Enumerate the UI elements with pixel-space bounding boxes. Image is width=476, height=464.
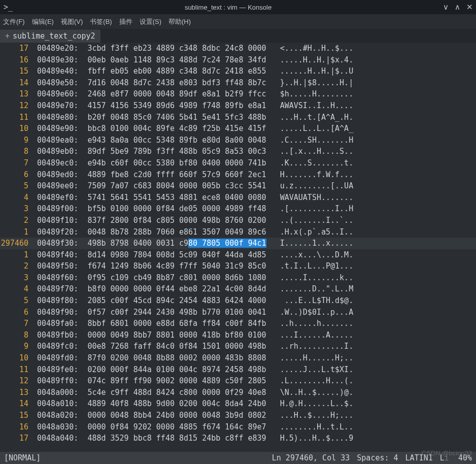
line-number: 14	[0, 77, 32, 89]
hex-bytes: 89df 5be9 789b f3ff 488b 05c9 8a53 00c3	[87, 146, 270, 157]
hex-row[interactable]: 3 00489f60: 0f95 c109 cb49 8b87 c801 000…	[0, 272, 476, 284]
line-number: 5	[0, 180, 32, 192]
hex-row[interactable]: 7 00489ec0: e94b c60f 00cc 5380 bf80 040…	[0, 157, 476, 169]
hex-row[interactable]: 12 00489ff0: 074c 89ff ff90 9002 0000 48…	[0, 375, 476, 387]
minimize-icon[interactable]: ∨	[443, 3, 449, 12]
hex-row[interactable]: 5 00489ee0: 7509 7a07 c683 8004 0000 005…	[0, 180, 476, 192]
hex-row[interactable]: 4 00489ef0: 5741 5641 5541 5453 4881 ece…	[0, 192, 476, 204]
hex-row[interactable]: 11 00489e80: b20f 0048 85c0 7406 5b41 5e…	[0, 112, 476, 123]
hex-row[interactable]: 1 00489f40: 8d14 0980 7804 008d 5c09 040…	[0, 249, 476, 261]
hex-ascii: ...H..$....H;...	[271, 410, 354, 421]
hex-address: 00489e80:	[32, 112, 87, 123]
hex-row[interactable]: 8 00489eb0: 89df 5be9 789b f3ff 488b 05c…	[0, 146, 476, 157]
hex-address: 00489f50:	[32, 260, 87, 272]
hex-row[interactable]: 14 0048a010: 4889 40f8 488b 9d00 0200 00…	[0, 398, 476, 410]
hex-ascii: .t.I..L...P@1...	[271, 260, 354, 272]
line-number: 2	[0, 260, 32, 272]
hex-row[interactable]: 10 00489fd0: 87f0 0200 0048 8b88 0002 00…	[0, 352, 476, 364]
hex-row[interactable]: 15 00489e40: fbff eb05 eb00 4889 c348 8d…	[0, 65, 476, 77]
hex-selection: 80 7805 000f 94c1	[188, 239, 266, 248]
hex-address: 00489ef0:	[32, 192, 87, 204]
hex-address: 00489fa0:	[32, 318, 87, 329]
hex-bytes: 0200 000f 844a 0100 004c 8974 2458 498b	[87, 364, 270, 376]
hex-row[interactable]: 5 00489f80: 2085 c00f 45cd 894c 2454 488…	[0, 295, 476, 307]
hex-ascii: .....H......H;..	[271, 352, 354, 364]
line-number: 6	[0, 307, 32, 318]
hex-ascii: H.@.H......L..$.	[271, 398, 354, 410]
tab-current[interactable]: + sublime_text_copy2	[0, 29, 100, 43]
hex-address: 00489ec0:	[32, 157, 87, 169]
close-icon[interactable]: ✕	[466, 3, 473, 12]
hex-row[interactable]: 7 00489fa0: 8bbf 6801 0000 e88d 68fa ff8…	[0, 318, 476, 329]
line-number: 1	[0, 249, 32, 261]
line-number: 11	[0, 364, 32, 376]
hex-bytes: e943 8a0a 00cc 5348 89fb e80d 8a00 0048	[87, 135, 270, 146]
hex-row[interactable]: 6 00489f90: 0f57 c00f 2944 2430 498b b77…	[0, 307, 476, 318]
menubar: 文件(F) 编辑(E) 视图(V) 书签(B) 插件 设置(S) 帮助(H)	[0, 14, 476, 29]
hex-row[interactable]: 13 00489e60: 2468 e8f7 0000 0048 89df e8…	[0, 88, 476, 100]
hex-address: 00489e40:	[32, 65, 87, 77]
hex-bytes: 0f57 c00f 2944 2430 498b b770 0100 0041	[87, 307, 270, 318]
hex-row[interactable]: 3 00489f00: bf5b 0100 0000 0f84 de05 000…	[0, 203, 476, 215]
line-number: 11	[0, 112, 32, 123]
line-number: 7	[0, 318, 32, 329]
line-number: 16	[0, 54, 32, 66]
hex-bytes: 2468 e8f7 0000 0048 89df e8a1 b2f9 ffcc	[87, 88, 270, 100]
hex-row[interactable]: 12 00489e70: 4157 4156 5349 89d6 4989 f7…	[0, 100, 476, 112]
hex-row[interactable]: 6 00489ed0: 4889 fbe8 c2d0 ffff 660f 57c…	[0, 169, 476, 181]
hex-ascii: AWAVSI..I..H....	[271, 100, 354, 112]
hex-address: 00489e60:	[32, 88, 87, 100]
hex-ascii: ......H..H.|$..U	[271, 65, 354, 77]
line-number: 2	[0, 215, 32, 226]
line-number: 15	[0, 410, 32, 421]
line-number: 17	[0, 43, 32, 54]
menu-help[interactable]: 帮助(H)	[168, 17, 191, 26]
tabbar: + sublime_text_copy2	[0, 29, 476, 43]
hex-ascii: I......1..x.....	[271, 238, 354, 249]
hex-row[interactable]: 297460 00489f30: 498b 8798 0400 0031 c98…	[0, 238, 476, 249]
hex-row[interactable]: 15 0048a020: 0000 0048 8bb4 24b0 0000 00…	[0, 410, 476, 421]
line-number: 297460	[0, 238, 32, 249]
hex-ascii: .C....SH.......H	[271, 135, 354, 146]
hex-ascii: .L........H...(.	[271, 375, 354, 387]
menu-edit[interactable]: 编辑(E)	[32, 17, 54, 26]
hex-address: 00489e30:	[32, 54, 87, 66]
hex-row[interactable]: 1 00489f20: 0048 8b78 288b 7060 e861 350…	[0, 226, 476, 238]
line-number: 12	[0, 375, 32, 387]
hex-address: 00489f00:	[32, 203, 87, 215]
hex-bytes: 00eb 0aeb 1148 89c3 488d 7c24 78e8 34fd	[87, 54, 270, 66]
hex-row[interactable]: 16 00489e30: 00eb 0aeb 1148 89c3 488d 7c…	[0, 54, 476, 66]
hex-row[interactable]: 11 00489fe0: 0200 000f 844a 0100 004c 89…	[0, 364, 476, 376]
hex-row[interactable]: 14 00489e50: 7d16 0048 8d7c 2438 e803 bd…	[0, 77, 476, 89]
hex-ascii: ..(.......I..`..	[271, 215, 354, 226]
menu-bookmarks[interactable]: 书签(B)	[90, 17, 112, 26]
menu-settings[interactable]: 设置(S)	[140, 17, 161, 26]
hex-row[interactable]: 9 00489ea0: e943 8a0a 00cc 5348 89fb e80…	[0, 135, 476, 146]
status-spaces[interactable]: Spaces: 4	[357, 453, 398, 462]
hex-ascii: .....I.......k..	[271, 272, 354, 284]
hex-row[interactable]: 9 00489fc0: 00e8 7268 faff 84c0 0f84 150…	[0, 341, 476, 352]
editor-area[interactable]: 17 00489e20: 3cbd f3ff eb23 4889 c348 8d…	[0, 43, 476, 452]
hex-row[interactable]: 17 00489e20: 3cbd f3ff eb23 4889 c348 8d…	[0, 43, 476, 54]
line-number: 3	[0, 203, 32, 215]
hex-row[interactable]: 10 00489e90: bbc8 0100 004c 89fe 4c89 f2…	[0, 123, 476, 135]
hex-row[interactable]: 16 0048a030: 0000 0f84 9202 0000 4885 f6…	[0, 421, 476, 433]
hex-row[interactable]: 2 00489f50: f674 1249 8b06 4c89 f7ff 504…	[0, 260, 476, 272]
hex-row[interactable]: 8 00489fb0: 0000 0049 8bb7 8801 0000 418…	[0, 329, 476, 341]
hex-address: 00489e50:	[32, 77, 87, 89]
hex-ascii: $h.....H........	[271, 88, 354, 100]
menu-view[interactable]: 视图(V)	[61, 17, 83, 26]
line-number: 16	[0, 421, 32, 433]
hex-row[interactable]: 13 0048a000: 5c4e c9ff 488d 8424 c800 00…	[0, 387, 476, 399]
hex-row[interactable]: 2 00489f10: 837f 2800 0f84 c805 0000 498…	[0, 215, 476, 226]
titlebar: >_ sublime_text : vim — Konsole ∨ ∧ ✕	[0, 0, 476, 14]
hex-row[interactable]: 4 00489f70: b8f0 0000 0000 0f44 ebe8 22a…	[0, 283, 476, 295]
hex-address: 00489ed0:	[32, 169, 87, 181]
maximize-icon[interactable]: ∧	[455, 3, 460, 12]
menu-file[interactable]: 文件(F)	[3, 17, 25, 26]
hex-address: 00489f40:	[32, 249, 87, 261]
hex-address: 0048a040:	[32, 433, 87, 444]
line-number: 9	[0, 341, 32, 352]
menu-plugins[interactable]: 插件	[119, 17, 132, 26]
hex-row[interactable]: 17 0048a040: 488d 3529 bbc8 ff48 8d15 24…	[0, 433, 476, 444]
